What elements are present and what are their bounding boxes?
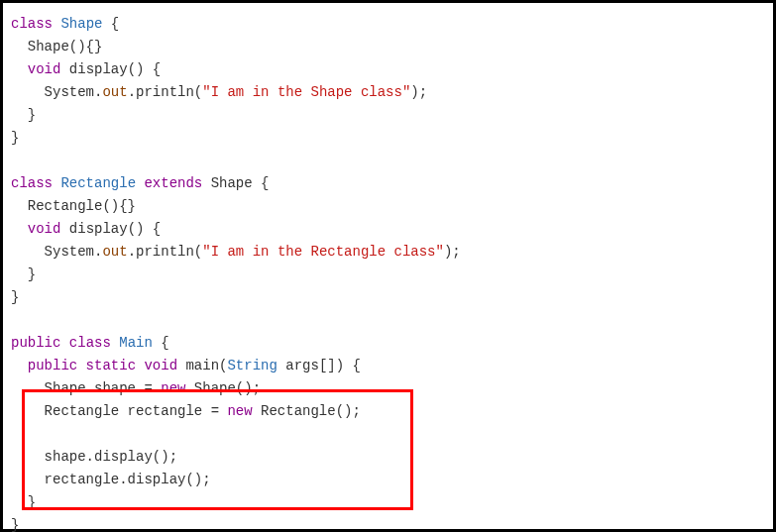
keyword-class: class [60,335,110,351]
system-ref: System. [11,244,102,260]
code-line: System.out.println("I am in the Rectangl… [11,241,765,264]
code-line: Rectangle(){} [11,195,765,218]
method-sig: display() { [60,61,161,77]
keyword-public: public [11,335,60,351]
code-line: Shape shape = new Shape(); [11,377,765,400]
decl: Shape shape = [11,380,161,396]
keyword-new: new [161,380,185,396]
brace: { [253,175,270,191]
code-line: Rectangle rectangle = new Rectangle(); [11,400,765,423]
args: args[]) { [277,358,361,373]
code-line: } [11,491,765,514]
brace: { [153,335,169,351]
string-literal: "I am in the Rectangle class" [202,244,444,260]
code-line: } [11,127,765,150]
blank-line [11,423,765,446]
keyword-static: static [77,358,136,373]
code-line: } [11,104,765,127]
decl: Rectangle rectangle = [11,403,227,419]
code-line: void display() { [11,218,765,241]
ctor-call: Rectangle(); [253,403,361,419]
code-line: } [11,286,765,309]
println-call: .println( [128,84,203,100]
keyword-class: class [11,175,53,191]
type-rectangle: Rectangle [53,175,136,191]
out-field: out [102,84,127,100]
code-line: } [11,514,765,532]
keyword-public: public [11,358,77,373]
line-end: ); [410,84,427,100]
type-shape: Shape [60,16,102,32]
type-main: Main [111,335,153,351]
println-call: .println( [128,244,203,260]
code-block: class Shape { Shape(){} void display() {… [0,0,776,532]
code-line: System.out.println("I am in the Shape cl… [11,81,765,104]
system-ref: System. [11,84,102,100]
keyword-extends: extends [136,175,202,191]
brace: { [102,16,119,32]
blank-line [11,150,765,172]
keyword-void: void [11,221,60,237]
code-line: public class Main { [11,332,765,355]
out-field: out [102,244,127,260]
parent-type: Shape [202,175,252,191]
code-line: shape.display(); [11,446,765,469]
keyword-new: new [227,403,252,419]
code-line: Shape(){} [11,36,765,58]
line-end: ); [444,244,461,260]
keyword-void: void [136,358,177,373]
ctor-call: Shape(); [185,380,261,396]
method-main: main( [177,358,227,373]
code-line: public static void main(String args[]) { [11,355,765,377]
type-string: String [227,358,277,373]
keyword-void: void [11,61,60,77]
code-line: rectangle.display(); [11,469,765,491]
code-line: void display() { [11,58,765,81]
string-literal: "I am in the Shape class" [202,84,410,100]
code-line: class Shape { [11,13,765,36]
code-line: class Rectangle extends Shape { [11,172,765,195]
code-line: } [11,264,765,286]
keyword-class: class [11,16,53,32]
blank-line [11,309,765,332]
method-sig: display() { [60,221,161,237]
